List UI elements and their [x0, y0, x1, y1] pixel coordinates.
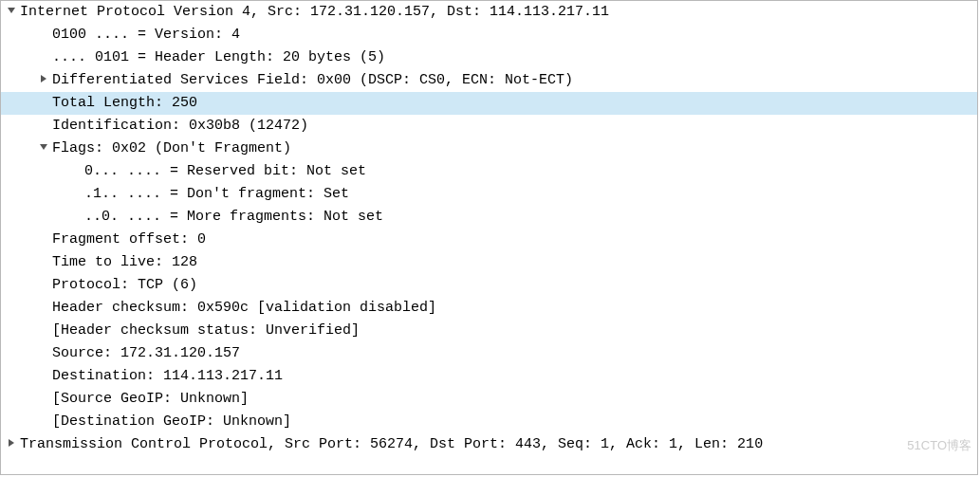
- expand-collapse-down-icon[interactable]: [37, 138, 50, 160]
- row-text: Internet Protocol Version 4, Src: 172.31…: [1, 1, 609, 24]
- dont-fragment-row[interactable]: .1.. .... = Don't fragment: Set: [1, 183, 977, 206]
- packet-details-tree[interactable]: Internet Protocol Version 4, Src: 172.31…: [1, 1, 977, 456]
- svg-marker-2: [40, 144, 47, 150]
- row-text: Destination: 114.113.217.11: [1, 365, 283, 388]
- ipv4-header-row[interactable]: Internet Protocol Version 4, Src: 172.31…: [1, 1, 977, 24]
- row-text: .1.. .... = Don't fragment: Set: [1, 183, 349, 206]
- row-text: Source: 172.31.120.157: [1, 342, 240, 365]
- checksum-status-row[interactable]: [Header checksum status: Unverified]: [1, 320, 977, 342]
- row-text: ..0. .... = More fragments: Not set: [1, 206, 383, 229]
- row-text: [Destination GeoIP: Unknown]: [1, 411, 291, 433]
- more-fragments-row[interactable]: ..0. .... = More fragments: Not set: [1, 206, 977, 229]
- row-text: [Header checksum status: Unverified]: [1, 320, 360, 342]
- row-text: Transmission Control Protocol, Src Port:…: [1, 433, 763, 456]
- flags-row[interactable]: Flags: 0x02 (Don't Fragment): [1, 138, 977, 160]
- ip-header-length-row[interactable]: .... 0101 = Header Length: 20 bytes (5): [1, 46, 977, 69]
- row-text: Differentiated Services Field: 0x00 (DSC…: [1, 69, 573, 92]
- svg-marker-1: [41, 75, 46, 83]
- row-text: Fragment offset: 0: [1, 229, 206, 251]
- row-text: [Source GeoIP: Unknown]: [1, 388, 249, 411]
- reserved-bit-row[interactable]: 0... .... = Reserved bit: Not set: [1, 160, 977, 183]
- fragment-offset-row[interactable]: Fragment offset: 0: [1, 229, 977, 251]
- row-text: Identification: 0x30b8 (12472): [1, 115, 308, 138]
- source-addr-row[interactable]: Source: 172.31.120.157: [1, 342, 977, 365]
- identification-row[interactable]: Identification: 0x30b8 (12472): [1, 115, 977, 138]
- row-text: Header checksum: 0x590c [validation disa…: [1, 297, 436, 320]
- checksum-row[interactable]: Header checksum: 0x590c [validation disa…: [1, 297, 977, 320]
- ip-version-row[interactable]: 0100 .... = Version: 4: [1, 24, 977, 46]
- dsf-row[interactable]: Differentiated Services Field: 0x00 (DSC…: [1, 69, 977, 92]
- ttl-row[interactable]: Time to live: 128: [1, 251, 977, 274]
- expand-collapse-right-icon[interactable]: [5, 433, 18, 456]
- total-length-row[interactable]: Total Length: 250: [1, 92, 977, 115]
- row-text: Protocol: TCP (6): [1, 274, 197, 297]
- row-text: Time to live: 128: [1, 251, 197, 274]
- row-text: 0... .... = Reserved bit: Not set: [1, 160, 366, 183]
- packet-details-panel: Internet Protocol Version 4, Src: 172.31…: [0, 0, 978, 475]
- expand-collapse-right-icon[interactable]: [37, 69, 50, 92]
- svg-marker-0: [8, 8, 15, 13]
- row-text: Total Length: 250: [1, 92, 197, 115]
- svg-marker-3: [9, 439, 14, 447]
- destination-geoip-row[interactable]: [Destination GeoIP: Unknown]: [1, 411, 977, 433]
- source-geoip-row[interactable]: [Source GeoIP: Unknown]: [1, 388, 977, 411]
- destination-addr-row[interactable]: Destination: 114.113.217.11: [1, 365, 977, 388]
- row-text: 0100 .... = Version: 4: [1, 24, 240, 46]
- expand-collapse-down-icon[interactable]: [5, 1, 18, 24]
- protocol-row[interactable]: Protocol: TCP (6): [1, 274, 977, 297]
- row-text: .... 0101 = Header Length: 20 bytes (5): [1, 46, 385, 69]
- tcp-header-row[interactable]: Transmission Control Protocol, Src Port:…: [1, 433, 977, 456]
